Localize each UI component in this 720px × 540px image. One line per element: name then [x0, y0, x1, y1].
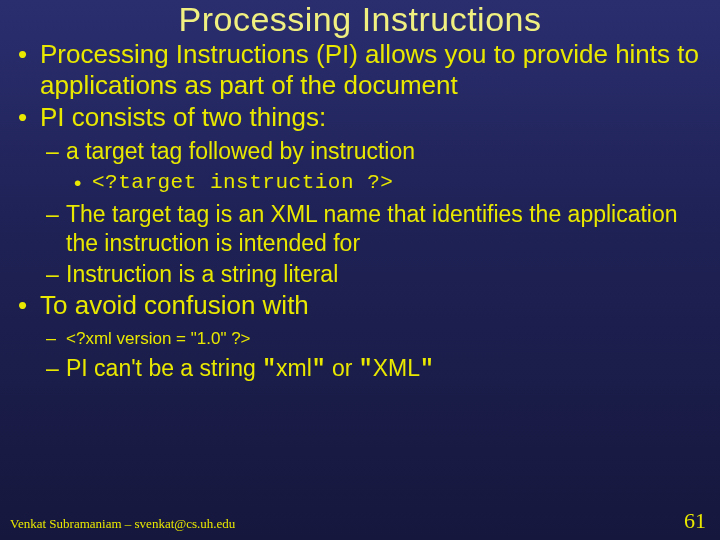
dash-text: or	[326, 355, 359, 381]
dash-list-level2: <?xml version = "1.0" ?>	[40, 327, 702, 350]
slide-title: Processing Instructions	[18, 0, 702, 39]
dash-item: <?xml version = "1.0" ?>	[66, 327, 702, 350]
bullet-list-level1: Processing Instructions (PI) allows you …	[18, 39, 702, 385]
quote-char: "	[420, 357, 434, 383]
dash-list-level2: a target tag followed by instruction <?t…	[40, 137, 702, 288]
bullet-item: To avoid confusion with <?xml version = …	[40, 290, 702, 385]
dash-text: a target tag followed by instruction	[66, 138, 415, 164]
dash-item: a target tag followed by instruction <?t…	[66, 137, 702, 196]
quote-char: "	[312, 357, 326, 383]
dash-text: The target tag is an XML name that ident…	[66, 201, 678, 256]
dash-list-level2: PI can't be a string "xml" or "XML"	[40, 354, 702, 385]
bullet-text: Processing Instructions (PI) allows you …	[40, 39, 699, 100]
bullet-item: PI consists of two things: a target tag …	[40, 102, 702, 288]
dash-text: Instruction is a string literal	[66, 261, 338, 287]
quote-char: "	[262, 357, 276, 383]
slide: Processing Instructions Processing Instr…	[0, 0, 720, 540]
quote-char: "	[359, 357, 373, 383]
code-item: <?target instruction ?>	[92, 170, 702, 196]
bullet-text: PI consists of two things:	[40, 102, 326, 132]
dash-text: PI can't be a string	[66, 355, 262, 381]
page-number: 61	[684, 508, 706, 534]
bullet-item: Processing Instructions (PI) allows you …	[40, 39, 702, 100]
dash-text: xml	[276, 355, 312, 381]
dash-text: <?xml version = "1.0" ?>	[66, 329, 251, 348]
dash-item: PI can't be a string "xml" or "XML"	[66, 354, 702, 385]
dash-item: Instruction is a string literal	[66, 260, 702, 289]
bullet-list-level3: <?target instruction ?>	[66, 170, 702, 196]
dash-text: XML	[373, 355, 420, 381]
footer-author: Venkat Subramaniam – svenkat@cs.uh.edu	[10, 516, 235, 532]
dash-item: The target tag is an XML name that ident…	[66, 200, 702, 258]
bullet-text: To avoid confusion with	[40, 290, 309, 320]
